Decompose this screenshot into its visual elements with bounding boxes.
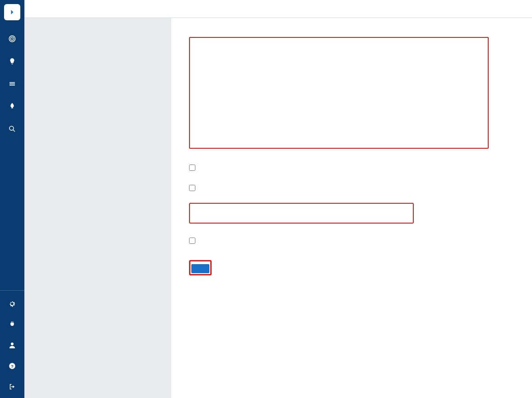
nav-top xyxy=(7,34,17,134)
rocket-icon[interactable] xyxy=(7,101,17,111)
step4-block xyxy=(189,162,514,171)
plug-icon[interactable] xyxy=(7,320,17,329)
chevron-right-icon xyxy=(8,8,17,17)
step5-block xyxy=(189,183,514,191)
idp-metadata-textarea[interactable] xyxy=(189,37,489,149)
app-logo[interactable] xyxy=(4,4,20,20)
step3-block xyxy=(189,37,514,151)
gear-icon[interactable] xyxy=(7,299,17,309)
step6-highlight-box xyxy=(189,203,414,224)
svg-point-4 xyxy=(11,343,14,345)
step6-block xyxy=(189,203,514,224)
step4-checkbox-row[interactable] xyxy=(189,162,514,171)
form-pane xyxy=(171,18,532,398)
target-icon[interactable] xyxy=(7,34,17,44)
menu-icon[interactable] xyxy=(7,79,17,89)
require-sso-checkbox[interactable] xyxy=(189,165,195,171)
main xyxy=(25,0,532,398)
svg-point-2 xyxy=(12,38,13,39)
nav-bottom: ? xyxy=(0,290,24,398)
step7-block xyxy=(189,235,514,244)
step5-checkbox-row[interactable] xyxy=(189,183,514,191)
svg-text:?: ? xyxy=(11,364,14,369)
left-pane xyxy=(25,18,171,398)
content-area xyxy=(25,18,532,398)
breadcrumb xyxy=(25,0,532,18)
user-icon[interactable] xyxy=(7,340,17,350)
logout-icon[interactable] xyxy=(7,382,17,392)
auto-assign-editors-checkbox[interactable] xyxy=(189,238,195,244)
lightbulb-icon[interactable] xyxy=(7,56,17,66)
help-icon[interactable]: ? xyxy=(7,361,17,371)
save-row xyxy=(189,260,514,275)
save-button[interactable] xyxy=(191,264,209,273)
svg-point-3 xyxy=(9,126,14,130)
sidebar: ? xyxy=(0,0,25,398)
search-icon[interactable] xyxy=(7,124,17,134)
enable-encryption-checkbox[interactable] xyxy=(189,185,195,191)
save-highlight-box xyxy=(189,260,212,275)
step7-checkbox-row[interactable] xyxy=(189,235,514,244)
